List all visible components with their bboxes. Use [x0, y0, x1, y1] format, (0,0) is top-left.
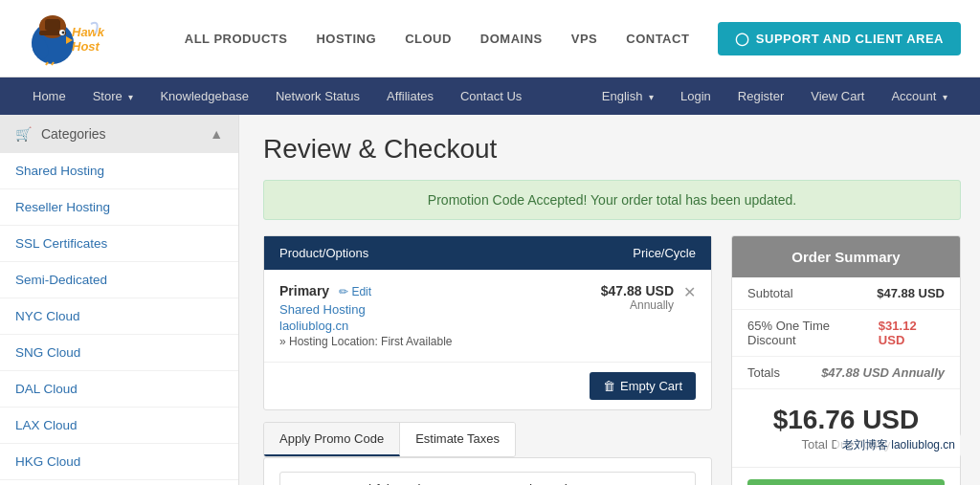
- english-label: English: [602, 89, 643, 103]
- svg-rect-3: [45, 19, 60, 31]
- cart-table-body: Primary ✏ Edit Shared Hosting laoliublog…: [264, 270, 711, 362]
- support-client-area-button[interactable]: ◯ SUPPORT AND CLIENT AREA: [718, 22, 961, 55]
- cart-item-location: » Hosting Location: First Available: [279, 335, 521, 348]
- secondary-nav: Home Store ▾ Knowledgebase Network Statu…: [0, 77, 980, 115]
- cart-item-edit-link[interactable]: ✏ Edit: [339, 285, 371, 298]
- sidebar-title: Categories: [41, 126, 106, 142]
- summary-row-discount: 65% One Time Discount $31.12 USD: [732, 310, 960, 357]
- nav-domains[interactable]: DOMAINS: [480, 32, 543, 46]
- sidebar-item-semi-dedicated[interactable]: Semi-Dedicated: [0, 262, 238, 298]
- promo-applied-display: bfshared2022 - 65% One Time Discount: [279, 472, 696, 485]
- support-btn-label: SUPPORT AND CLIENT AREA: [756, 32, 944, 46]
- sec-nav-home[interactable]: Home: [19, 77, 79, 115]
- totals-label: Totals: [747, 365, 780, 380]
- cart-item-cycle: Annually: [521, 298, 674, 312]
- cart-item-subtitle: Shared Hosting: [279, 302, 521, 317]
- sidebar-item-hkg-cloud[interactable]: HKG Cloud: [0, 444, 238, 480]
- promo-success-message: Promotion Code Accepted! Your order tota…: [263, 180, 961, 220]
- sec-nav-affiliates[interactable]: Affiliates: [373, 77, 447, 115]
- sidebar-item-nyc-cloud[interactable]: NYC Cloud: [0, 298, 238, 335]
- sidebar-item-reseller-hosting[interactable]: Reseller Hosting: [0, 189, 238, 226]
- logo-icon: Hawk Host: [19, 10, 105, 67]
- english-dropdown-arrow: ▾: [649, 92, 654, 102]
- sec-nav-network[interactable]: Network Status: [262, 77, 373, 115]
- col-product-header: Product/Options: [279, 246, 543, 260]
- sec-nav-english[interactable]: English ▾: [589, 77, 667, 115]
- cart-item-price: $47.88 USD Annually: [521, 283, 674, 312]
- sidebar-item-shared-hosting[interactable]: Shared Hosting: [0, 153, 238, 189]
- watermark: 老刘博客 laoliublog.cn: [836, 434, 961, 456]
- sidebar: 🛒 Categories ▲ Shared Hosting Reseller H…: [0, 115, 239, 485]
- svg-text:Host: Host: [72, 39, 100, 54]
- logo[interactable]: Hawk Host: [19, 10, 105, 67]
- sec-nav-contact[interactable]: Contact Us: [447, 77, 535, 115]
- checkout-button[interactable]: Checkout →: [747, 479, 945, 485]
- top-nav: Hawk Host ALL PRODUCTS HOSTING CLOUD DOM…: [0, 0, 980, 77]
- summary-row-subtotal: Subtotal $47.88 USD: [732, 277, 960, 310]
- total-amount: $16.76 USD: [747, 405, 945, 435]
- tab-apply-promo[interactable]: Apply Promo Code: [264, 423, 400, 456]
- discount-label: 65% One Time Discount: [747, 319, 879, 347]
- subtotal-value: $47.88 USD: [877, 286, 945, 300]
- svg-point-6: [62, 32, 65, 34]
- content-area: Review & Checkout Promotion Code Accepte…: [239, 115, 980, 485]
- store-dropdown-arrow: ▾: [128, 92, 133, 102]
- nav-all-products[interactable]: ALL PRODUCTS: [185, 32, 288, 46]
- cart-item-domain: laoliublog.cn: [279, 319, 521, 333]
- discount-value: $31.12 USD: [879, 319, 945, 347]
- cart-item-title-text: Primary: [279, 283, 329, 298]
- top-nav-links: ALL PRODUCTS HOSTING CLOUD DOMAINS VPS C…: [185, 22, 961, 55]
- empty-cart-area: 🗑 Empty Cart: [264, 362, 711, 409]
- account-dropdown-arrow: ▾: [943, 92, 947, 102]
- store-label: Store: [93, 89, 122, 103]
- empty-cart-label: Empty Cart: [620, 379, 682, 393]
- cart-item-title: Primary ✏ Edit: [279, 283, 521, 298]
- sidebar-item-ssl-certificates[interactable]: SSL Certificates: [0, 226, 238, 262]
- sec-nav-login[interactable]: Login: [667, 77, 724, 115]
- categories-cart-icon: 🛒: [15, 126, 32, 142]
- empty-cart-button[interactable]: 🗑 Empty Cart: [590, 372, 696, 400]
- account-label: Account: [891, 89, 936, 103]
- empty-cart-icon: 🗑: [603, 379, 615, 393]
- support-icon: ◯: [735, 32, 750, 46]
- sec-nav-store[interactable]: Store ▾: [79, 77, 147, 115]
- totals-value: $47.88 USD Annually: [821, 365, 945, 380]
- tab-estimate-taxes[interactable]: Estimate Taxes: [400, 423, 515, 456]
- sidebar-item-dal-cloud[interactable]: DAL Cloud: [0, 371, 238, 408]
- nav-vps[interactable]: VPS: [571, 32, 598, 46]
- summary-header: Order Summary: [732, 236, 960, 277]
- sec-nav-kb[interactable]: Knowledgebase: [146, 77, 262, 115]
- sec-nav-account[interactable]: Account ▾: [878, 77, 961, 115]
- nav-cloud[interactable]: CLOUD: [405, 32, 452, 46]
- sidebar-collapse-icon[interactable]: ▲: [210, 126, 223, 142]
- promo-section: bfshared2022 - 65% One Time Discount Rem…: [263, 457, 712, 485]
- sec-nav-register[interactable]: Register: [724, 77, 797, 115]
- cart-item-price-amount: $47.88 USD: [521, 283, 674, 298]
- sec-nav-viewcart[interactable]: View Cart: [797, 77, 878, 115]
- sidebar-item-sng-cloud[interactable]: SNG Cloud: [0, 335, 238, 371]
- subtotal-label: Subtotal: [747, 286, 793, 300]
- cart-table-header: Product/Options Price/Cycle: [264, 236, 711, 270]
- nav-hosting[interactable]: HOSTING: [316, 32, 376, 46]
- col-price-header: Price/Cycle: [543, 246, 696, 260]
- sidebar-item-lax-cloud[interactable]: LAX Cloud: [0, 408, 238, 444]
- main-layout: 🛒 Categories ▲ Shared Hosting Reseller H…: [0, 115, 980, 485]
- page-title: Review & Checkout: [263, 134, 961, 165]
- promo-tabs: Apply Promo Code Estimate Taxes: [263, 422, 516, 457]
- cart-table: Product/Options Price/Cycle Primary ✏ Ed…: [263, 235, 712, 410]
- promo-tabs-container: Apply Promo Code Estimate Taxes: [263, 422, 712, 457]
- cart-item-remove-button[interactable]: ✕: [683, 283, 696, 301]
- cart-item-info: Primary ✏ Edit Shared Hosting laoliublog…: [279, 283, 521, 348]
- nav-contact[interactable]: CONTACT: [626, 32, 689, 46]
- summary-row-totals: Totals $47.88 USD Annually: [732, 357, 960, 389]
- sidebar-header: 🛒 Categories ▲: [0, 115, 238, 153]
- checkout-main: Product/Options Price/Cycle Primary ✏ Ed…: [263, 235, 712, 485]
- svg-text:Hawk: Hawk: [72, 25, 105, 39]
